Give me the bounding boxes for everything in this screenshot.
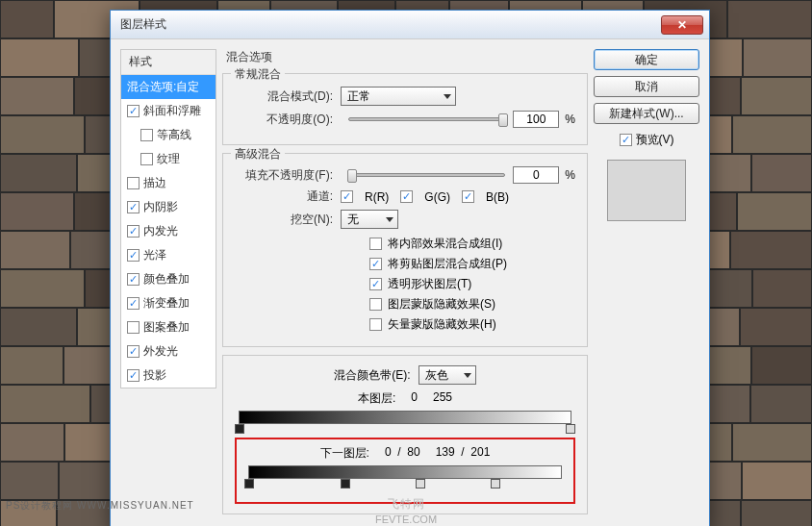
chk-inner-effects[interactable] [369,238,382,250]
under-white-stop-a[interactable] [416,479,425,488]
knockout-label: 挖空(N): [235,212,341,228]
style-item-label: 颜色叠加 [143,271,190,288]
right-panel: 确定 取消 新建样式(W)... 预览(V) [594,49,699,514]
advanced-blend-group: 高级混合 填充不透明度(F): % 通道: R(R) G(G) B(B) [222,153,588,347]
this-layer-black-stop[interactable] [235,424,244,434]
opacity-pct: % [565,113,575,126]
fill-opacity-input[interactable] [513,166,559,184]
style-checkbox[interactable] [127,177,140,189]
layer-style-dialog: 图层样式 ✕ 样式 混合选项:自定 斜面和浮雕等高线纹理描边内阴影内发光光泽颜色… [110,10,710,526]
watermark-sub: FEVTE.COM [375,513,437,525]
style-checkbox[interactable] [127,273,140,286]
fill-opacity-slider[interactable] [348,173,505,177]
blend-if-dropdown[interactable]: 灰色 [419,365,476,385]
chk-layer-mask-hides[interactable] [369,298,382,311]
styles-list: 混合选项:自定 斜面和浮雕等高线纹理描边内阴影内发光光泽颜色叠加渐变叠加图案叠加… [121,75,216,388]
fill-opacity-label: 填充不透明度(F): [235,167,341,184]
preview-label: 预览(V) [636,132,674,148]
style-checkbox[interactable] [127,345,140,358]
style-item[interactable]: 光泽 [121,243,216,267]
normal-blend-group: 常规混合 混合模式(D): 正常 不透明度(O): % [222,73,588,145]
style-item-label: 斜面和浮雕 [143,103,201,119]
preview-swatch [607,160,686,221]
style-item-label: 等高线 [157,127,191,143]
channel-r-checkbox[interactable] [341,190,353,203]
style-checkbox[interactable] [127,297,140,310]
style-checkbox[interactable] [127,105,140,117]
blend-mode-label: 混合模式(D): [235,88,341,105]
chk-transparency-shapes[interactable] [369,278,382,290]
style-checkbox[interactable] [127,249,140,262]
under-white-stop-b[interactable] [491,479,500,488]
style-item[interactable]: 内阴影 [121,195,216,219]
style-item-label: 渐变叠加 [143,295,190,312]
this-layer-high: 255 [433,390,452,407]
knockout-dropdown[interactable]: 无 [341,210,398,229]
style-item[interactable]: 外发光 [121,339,216,363]
center-panel: 混合选项 常规混合 混合模式(D): 正常 不透明度(O): % 高级混合 填充… [222,49,588,514]
under-layer-label: 下一图层: [320,445,369,462]
styles-panel: 样式 混合选项:自定 斜面和浮雕等高线纹理描边内阴影内发光光泽颜色叠加渐变叠加图… [120,49,216,514]
close-button[interactable]: ✕ [661,15,703,35]
style-item[interactable]: 纹理 [121,147,216,171]
style-item-label: 内发光 [143,223,178,239]
opacity-slider[interactable] [348,117,505,121]
this-layer-label: 本图层: [358,390,395,407]
style-item[interactable]: 投影 [121,363,216,388]
under-layer-gradient[interactable] [248,465,562,479]
style-item[interactable]: 颜色叠加 [121,267,216,291]
this-layer-white-stop[interactable] [566,424,575,434]
this-layer-low: 0 [411,390,418,407]
watermark: 飞特网 [388,496,425,513]
watermark-left: PS设计教程网 WWW.MISSYUAN.NET [6,499,194,513]
style-blending-options[interactable]: 混合选项:自定 [121,75,216,99]
ok-button[interactable]: 确定 [594,49,699,70]
blend-mode-dropdown[interactable]: 正常 [341,87,456,106]
blend-if-group: 混合颜色带(E): 灰色 本图层: 0 255 下一图层: 0 / 80 [222,355,588,514]
style-item-label: 投影 [143,367,166,384]
style-item[interactable]: 内发光 [121,219,216,243]
cancel-button[interactable]: 取消 [594,76,699,97]
style-checkbox[interactable] [127,201,140,213]
blend-if-label: 混合颜色带(E): [334,367,410,384]
style-item[interactable]: 描边 [121,171,216,195]
under-black-stop-b[interactable] [341,479,350,488]
close-icon: ✕ [677,18,687,32]
opacity-label: 不透明度(O): [235,112,341,128]
style-item-label: 外发光 [143,343,178,360]
advanced-blend-legend: 高级混合 [231,146,285,163]
style-item[interactable]: 等高线 [121,123,216,147]
style-checkbox[interactable] [140,129,153,141]
titlebar[interactable]: 图层样式 ✕ [111,11,709,39]
style-item-label: 内阴影 [143,199,178,215]
channels-label: 通道: [235,188,341,205]
chk-vector-mask-hides[interactable] [369,318,382,331]
style-checkbox[interactable] [140,153,153,165]
chk-clipped-layers[interactable] [369,258,382,270]
style-item[interactable]: 图案叠加 [121,315,216,339]
opacity-input[interactable] [513,111,559,128]
section-title: 混合选项 [222,49,588,65]
under-black-stop-a[interactable] [244,479,254,488]
styles-header: 样式 [121,50,216,75]
channel-g-checkbox[interactable] [400,190,413,203]
style-checkbox[interactable] [127,369,140,382]
channel-b-checkbox[interactable] [462,190,474,203]
style-item[interactable]: 渐变叠加 [121,291,216,315]
style-item-label: 纹理 [157,151,180,167]
this-layer-gradient[interactable] [239,411,571,424]
preview-checkbox[interactable] [620,134,632,146]
highlighted-underlying-layer: 下一图层: 0 / 80 139 / 201 [235,438,575,504]
dialog-title: 图层样式 [120,16,166,33]
style-item-label: 光泽 [143,247,166,263]
style-checkbox[interactable] [127,321,140,334]
normal-blend-legend: 常规混合 [231,66,285,83]
style-item[interactable]: 斜面和浮雕 [121,99,216,123]
style-item-label: 图案叠加 [143,319,190,336]
style-item-label: 描边 [143,175,166,191]
style-checkbox[interactable] [127,225,140,238]
new-style-button[interactable]: 新建样式(W)... [594,103,699,124]
